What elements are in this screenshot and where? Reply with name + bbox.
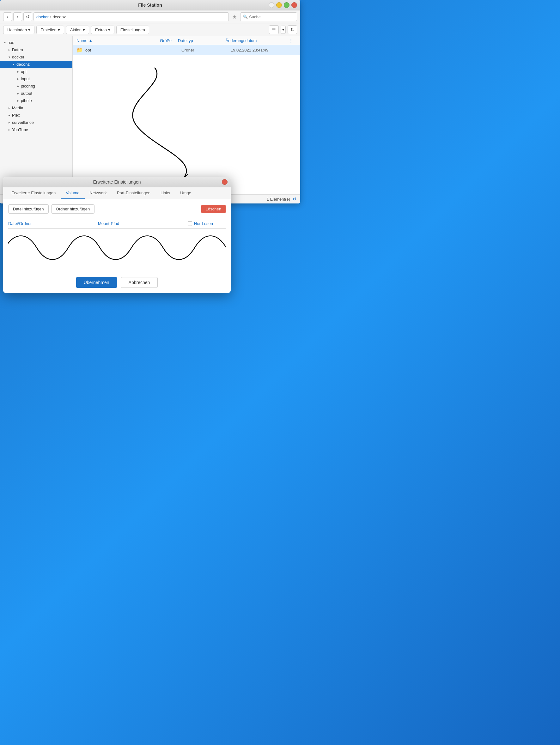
view-toggle-button[interactable]: ☰ [269, 25, 279, 34]
search-bar: 🔍 [240, 12, 297, 21]
extras-chevron-icon: ▾ [108, 28, 110, 32]
chevron-right-icon: ▸ [16, 84, 20, 89]
sidebar-item-plex[interactable]: ▸ Plex [0, 111, 72, 119]
dialog-close-button[interactable]: ✕ [222, 179, 227, 185]
sidebar-item-deconz[interactable]: ▾ deconz [0, 61, 72, 68]
col-size-header[interactable]: Größe [140, 38, 178, 43]
create-button[interactable]: Erstellen ▾ [36, 26, 64, 34]
help-button[interactable]: ? [269, 2, 274, 8]
apply-button[interactable]: Übernehmen [76, 277, 117, 288]
settings-label: Einstellungen [120, 28, 145, 32]
tab-links[interactable]: Links [155, 187, 175, 199]
search-icon: 🔍 [243, 14, 248, 19]
sidebar-item-nas[interactable]: ▾ nas [0, 39, 72, 46]
sidebar-item-media[interactable]: ▸ Media [0, 104, 72, 111]
refresh-button[interactable]: ↺ [23, 12, 32, 21]
minimize-button[interactable]: − [276, 2, 282, 8]
col-date-header[interactable]: Änderungsdatum [225, 38, 289, 43]
dialog-overlay: Erweiterte Einstellungen ✕ Erweiterte Ei… [3, 177, 231, 293]
extras-label: Extras [95, 28, 107, 32]
chevron-right-icon: ▸ [7, 48, 11, 52]
tab-volume[interactable]: Volume [61, 187, 84, 199]
chevron-down-icon: ▾ [3, 40, 7, 45]
sidebar-item-pihole[interactable]: ▸ pihole [0, 97, 72, 104]
chevron-right-icon: ▸ [16, 91, 20, 96]
folder-icon: 📁 [76, 47, 83, 53]
file-station-window: File Station ? − □ ✕ ‹ › ↺ docker › deco… [0, 0, 300, 203]
s-curve-annotation [104, 65, 206, 185]
add-file-button[interactable]: Datei hinzufügen [8, 204, 49, 214]
upload-chevron-icon: ▾ [28, 28, 30, 32]
dialog-titlebar: Erweiterte Einstellungen ✕ [3, 177, 231, 187]
file-name-cell: 📁 opt [76, 47, 142, 53]
breadcrumb-deconz[interactable]: deconz [53, 14, 66, 19]
action-chevron-icon: ▾ [83, 28, 85, 32]
chevron-right-icon: ▸ [7, 106, 11, 110]
dialog-actions-row: Datei hinzufügen Ordner hinzufügen Lösch… [8, 204, 226, 214]
create-label: Erstellen [40, 28, 57, 32]
window-title: File Station [138, 3, 162, 8]
file-list: Name ▲ Größe Dateityp Änderungsdatum ⋮ 📁… [73, 36, 300, 194]
tab-port-einstellungen[interactable]: Port-Einstellungen [112, 187, 155, 199]
sidebar-item-input[interactable]: ▸ input [0, 75, 72, 83]
chevron-right-icon: ▸ [7, 120, 11, 125]
status-refresh-button[interactable]: ↺ [293, 196, 297, 201]
view-option-button[interactable]: ▾ [281, 26, 286, 34]
chevron-right-icon: ▸ [16, 69, 20, 74]
tab-netzwerk[interactable]: Netzwerk [85, 187, 112, 199]
action-label: Aktion [70, 28, 82, 32]
upload-label: Hochladen [7, 28, 27, 32]
sidebar-item-output[interactable]: ▸ output [0, 90, 72, 97]
chevron-right-icon: ▸ [7, 113, 11, 118]
cancel-button[interactable]: Abbrechen [121, 277, 158, 288]
chevron-right-icon: ▸ [16, 99, 20, 103]
sidebar: ▾ nas ▸ Daten ▾ docker ▾ deconz ▸ opt [0, 36, 73, 194]
file-type-cell: Ordner [181, 48, 231, 53]
sidebar-item-jdconfig[interactable]: ▸ jdconfig [0, 83, 72, 90]
main-area: ▾ nas ▸ Daten ▾ docker ▾ deconz ▸ opt [0, 36, 300, 194]
col-path-header[interactable]: Datei/Ordner [8, 221, 98, 226]
delete-button[interactable]: Löschen [201, 205, 226, 213]
breadcrumb-bar: docker › deconz [33, 12, 229, 21]
dialog-tabs: Erweiterte Einstellungen Volume Netzwerk… [3, 187, 231, 199]
maximize-button[interactable]: □ [284, 2, 289, 8]
close-button[interactable]: ✕ [291, 2, 297, 8]
sinusoidal-wave-annotation [8, 229, 226, 267]
col-readonly-header: Nur Lesen [188, 221, 226, 226]
forward-button[interactable]: › [13, 12, 22, 21]
breadcrumb-docker[interactable]: docker [36, 14, 49, 19]
col-more-header[interactable]: ⋮ [289, 38, 297, 43]
sidebar-item-docker[interactable]: ▾ docker [0, 54, 72, 61]
sidebar-item-youtube[interactable]: ▸ YouTube [0, 126, 72, 133]
extras-button[interactable]: Extras ▾ [91, 26, 115, 34]
col-name-header[interactable]: Name ▲ [76, 38, 140, 43]
sidebar-item-opt[interactable]: ▸ opt [0, 68, 72, 75]
back-button[interactable]: ‹ [3, 12, 12, 21]
sort-button[interactable]: ⇅ [288, 25, 297, 34]
settings-button[interactable]: Einstellungen [116, 26, 149, 34]
dialog-footer: Übernehmen Abbrechen [3, 272, 231, 293]
chevron-down-icon: ▾ [7, 55, 11, 59]
window-titlebar: File Station ? − □ ✕ [0, 0, 300, 10]
readonly-checkbox[interactable] [188, 222, 192, 226]
action-button[interactable]: Aktion ▾ [66, 26, 89, 34]
sidebar-item-daten[interactable]: ▸ Daten [0, 46, 72, 54]
sidebar-item-surveillance[interactable]: ▸ surveillance [0, 119, 72, 126]
breadcrumb-separator: › [50, 14, 51, 19]
file-date-cell: 19.02.2021 23:41:49 [231, 48, 297, 53]
upload-button[interactable]: Hochladen ▾ [3, 26, 34, 34]
add-folder-button[interactable]: Ordner hinzufügen [51, 204, 95, 214]
chevron-down-icon: ▾ [11, 62, 16, 67]
search-input[interactable] [249, 14, 293, 19]
table-row[interactable]: 📁 opt Ordner 19.02.2021 23:41:49 [73, 45, 300, 55]
favorite-button[interactable]: ★ [230, 12, 239, 21]
col-type-header[interactable]: Dateityp [178, 38, 225, 43]
dialog-content: Datei hinzufügen Ordner hinzufügen Lösch… [3, 199, 231, 272]
action-toolbar: Hochladen ▾ Erstellen ▾ Aktion ▾ Extras … [0, 23, 300, 36]
tab-erweiterte-einstellungen[interactable]: Erweiterte Einstellungen [6, 187, 61, 199]
col-mount-header[interactable]: Mount-Pfad [98, 221, 188, 226]
tab-umge[interactable]: Umge [175, 187, 196, 199]
create-chevron-icon: ▾ [58, 28, 60, 32]
status-text: 1 Element(e) [267, 197, 290, 201]
dialog-title: Erweiterte Einstellungen [93, 180, 141, 185]
